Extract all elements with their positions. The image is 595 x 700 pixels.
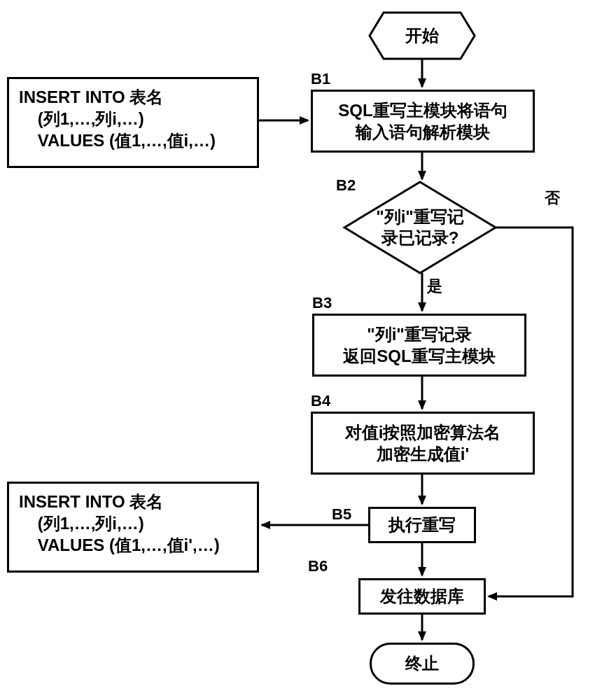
step-b2-text: "列i"重写记 录已记录? xyxy=(344,182,496,273)
input-sql-original: INSERT INTO 表名 (列1,…,列i,…) VALUES (值1,…,… xyxy=(7,77,259,168)
label-b1: B1 xyxy=(311,70,330,88)
input-sql-rewritten-text: INSERT INTO 表名 (列1,…,列i,…) VALUES (值1,…,… xyxy=(19,491,220,556)
input-sql-rewritten: INSERT INTO 表名 (列1,…,列i,…) VALUES (值1,…,… xyxy=(7,482,259,573)
branch-no: 否 xyxy=(545,188,560,209)
label-b3: B3 xyxy=(312,294,332,312)
step-b1-text: SQL重写主模块将语句 输入语句解析模块 xyxy=(338,99,507,143)
step-b6: 发往数据库 xyxy=(358,578,486,615)
label-b6: B6 xyxy=(308,557,328,575)
step-b1: SQL重写主模块将语句 输入语句解析模块 xyxy=(311,90,535,153)
input-sql-original-text: INSERT INTO 表名 (列1,…,列i,…) VALUES (值1,…,… xyxy=(19,86,216,152)
step-b5: 执行重写 xyxy=(368,507,476,543)
label-b4: B4 xyxy=(311,392,330,410)
label-b2: B2 xyxy=(336,176,356,195)
branch-yes: 是 xyxy=(427,276,442,297)
step-b4-text: 对值i按照加密算法名 加密生成值i' xyxy=(345,421,501,465)
step-b4: 对值i按照加密算法名 加密生成值i' xyxy=(311,412,535,475)
step-b3-text: "列i"重写记录 返回SQL重写主模块 xyxy=(343,323,495,367)
step-b5-text: 执行重写 xyxy=(388,514,456,536)
start-label: 开始 xyxy=(370,13,475,59)
label-b5: B5 xyxy=(332,505,351,524)
step-b3: "列i"重写记录 返回SQL重写主模块 xyxy=(312,314,526,377)
step-b6-text: 发往数据库 xyxy=(380,585,464,607)
end-label: 终止 xyxy=(370,643,475,685)
